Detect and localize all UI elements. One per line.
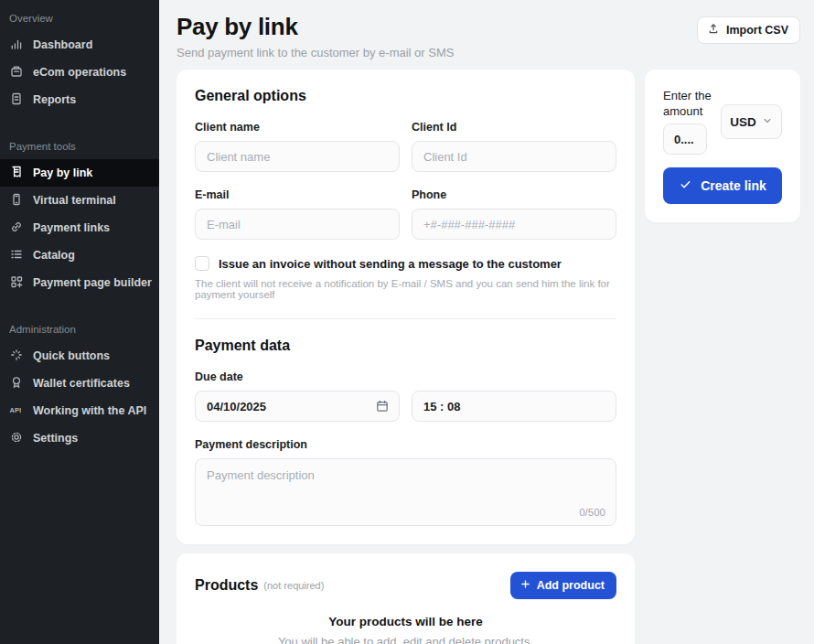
sidebar-item-catalog[interactable]: Catalog xyxy=(0,242,159,269)
sidebar-item-pay-by-link[interactable]: Pay by link xyxy=(0,159,159,187)
sidebar-item-label: Virtual terminal xyxy=(33,194,116,207)
sidebar-item-quick-buttons[interactable]: Quick buttons xyxy=(0,342,159,370)
calendar-icon[interactable] xyxy=(375,399,390,417)
sidebar-section-overview: Overview xyxy=(0,12,159,25)
issue-invoice-checkbox-label: Issue an invoice without sending a messa… xyxy=(219,257,562,271)
sidebar-item-label: Quick buttons xyxy=(33,349,110,362)
client-id-input[interactable] xyxy=(412,141,616,172)
payment-description-field-group: Payment description 0/500 xyxy=(195,438,616,526)
sidebar-item-working-with-the-api[interactable]: API Working with the API xyxy=(0,397,159,424)
sidebar-item-label: Reports xyxy=(33,93,76,106)
bar-chart-icon xyxy=(9,37,24,54)
products-heading: Products xyxy=(195,577,258,594)
payment-data-heading: Payment data xyxy=(195,338,616,354)
payment-description-textarea[interactable] xyxy=(195,458,616,526)
client-id-label: Client Id xyxy=(412,121,616,134)
sidebar-item-label: Settings xyxy=(33,432,78,445)
sidebar-item-label: Working with the API xyxy=(33,404,146,417)
create-link-button[interactable]: Create link xyxy=(663,167,782,204)
email-input[interactable] xyxy=(195,209,400,240)
issue-invoice-note: The client will not receive a notificati… xyxy=(195,278,616,300)
report-icon xyxy=(9,91,24,109)
issue-invoice-checkbox[interactable] xyxy=(195,256,209,271)
sidebar-item-settings[interactable]: Settings xyxy=(0,424,159,452)
products-card: Products (not required) Add product Your… xyxy=(177,553,635,644)
client-name-label: Client name xyxy=(195,121,400,134)
sidebar-item-label: Payment page builder xyxy=(33,276,152,289)
currency-select[interactable]: USD xyxy=(721,104,782,139)
svg-text:API: API xyxy=(10,406,22,414)
section-divider xyxy=(195,318,616,319)
pos-terminal-icon xyxy=(9,64,24,81)
amount-panel: Enter the amount USD Create link xyxy=(645,70,800,222)
sidebar-item-label: Catalog xyxy=(33,249,75,262)
sidebar-item-label: eCom operations xyxy=(33,66,126,79)
check-icon xyxy=(679,177,692,194)
upload-icon xyxy=(707,22,720,38)
due-date-input[interactable] xyxy=(195,391,400,422)
sparkle-icon xyxy=(9,348,24,365)
client-id-field-group: Client Id xyxy=(412,121,616,172)
mobile-icon xyxy=(9,192,24,209)
products-empty-state: Your products will be here You will be a… xyxy=(195,615,616,644)
pay-by-link-form-card: General options Client name Client Id E-… xyxy=(177,70,635,544)
due-date-label: Due date xyxy=(195,370,400,383)
add-product-button[interactable]: Add product xyxy=(510,572,616,599)
due-time-label-spacer xyxy=(412,370,616,383)
main-content: Pay by link Send payment link to the cus… xyxy=(159,0,814,644)
due-date-field-group: Due date xyxy=(195,370,400,422)
sidebar-section-administration: Administration xyxy=(0,323,159,336)
sidebar-item-payment-page-builder[interactable]: Payment page builder xyxy=(0,269,159,296)
sidebar: Overview Dashboard eCom operations Repor… xyxy=(0,0,159,644)
plus-icon xyxy=(519,578,531,593)
badge-icon xyxy=(9,375,24,392)
sidebar-item-label: Payment links xyxy=(33,221,110,234)
sidebar-item-wallet-certificates[interactable]: Wallet certificates xyxy=(0,370,159,397)
client-name-field-group: Client name xyxy=(195,121,400,172)
email-label: E-mail xyxy=(195,188,400,201)
due-time-input[interactable] xyxy=(412,391,616,422)
due-time-field-group xyxy=(412,370,616,422)
client-name-input[interactable] xyxy=(195,141,400,172)
sidebar-item-label: Pay by link xyxy=(33,166,92,179)
grid-plus-icon xyxy=(9,274,24,292)
sidebar-item-reports[interactable]: Reports xyxy=(0,86,159,113)
phone-input[interactable] xyxy=(412,209,616,240)
sidebar-item-label: Dashboard xyxy=(33,38,92,51)
link-icon xyxy=(9,220,24,237)
products-empty-title: Your products will be here xyxy=(195,615,616,628)
email-field-group: E-mail xyxy=(195,188,400,240)
page-subtitle: Send payment link to the customer by e-m… xyxy=(177,46,800,59)
products-empty-subtitle: You will be able to add, edit and delete… xyxy=(195,635,616,644)
phone-field-group: Phone xyxy=(412,188,616,240)
description-char-counter: 0/500 xyxy=(579,507,605,518)
sidebar-item-label: Wallet certificates xyxy=(33,377,130,390)
sidebar-item-virtual-terminal[interactable]: Virtual terminal xyxy=(0,187,159,214)
amount-input[interactable] xyxy=(663,123,707,155)
sidebar-section-payment-tools: Payment tools xyxy=(0,140,159,153)
sidebar-item-payment-links[interactable]: Payment links xyxy=(0,214,159,242)
products-not-required-hint: (not required) xyxy=(263,580,324,591)
payment-description-label: Payment description xyxy=(195,438,616,451)
general-options-heading: General options xyxy=(195,88,616,104)
chevron-down-icon xyxy=(762,115,773,129)
amount-label: Enter the amount xyxy=(663,88,720,119)
currency-value: USD xyxy=(730,115,756,129)
issue-invoice-checkbox-row[interactable]: Issue an invoice without sending a messa… xyxy=(195,256,616,271)
gear-icon xyxy=(9,430,24,447)
invoice-icon xyxy=(9,165,24,182)
api-icon: API xyxy=(9,402,24,420)
sidebar-item-dashboard[interactable]: Dashboard xyxy=(0,31,159,59)
sidebar-item-ecom-operations[interactable]: eCom operations xyxy=(0,59,159,86)
import-csv-button[interactable]: Import CSV xyxy=(697,16,800,44)
list-icon xyxy=(9,247,24,264)
phone-label: Phone xyxy=(412,188,616,201)
